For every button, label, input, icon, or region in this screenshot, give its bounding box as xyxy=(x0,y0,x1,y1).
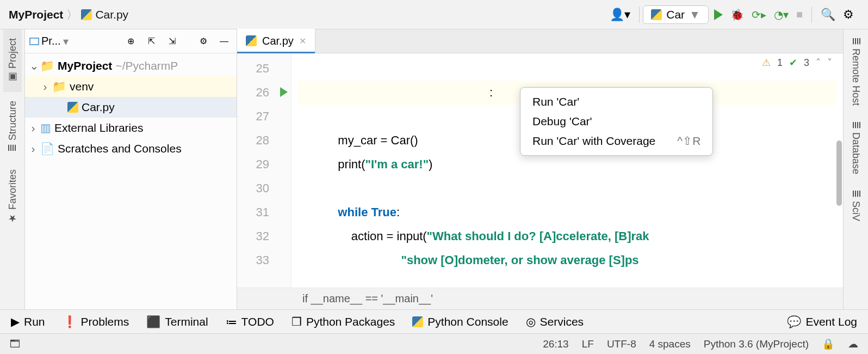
panel-settings-icon[interactable]: ⚙ xyxy=(195,33,212,50)
status-widget-icon[interactable]: ☁ xyxy=(848,338,858,350)
ok-count: 3 xyxy=(804,57,809,69)
python-file-icon xyxy=(81,9,92,20)
profile-button[interactable]: ◔▾ xyxy=(774,8,789,21)
status-lock-icon[interactable]: 🔒 xyxy=(822,338,835,350)
tree-file-label: Car.py xyxy=(82,101,115,114)
breadcrumb-file[interactable]: Car.py xyxy=(95,8,128,21)
bottom-tool-bar: ▶Run ❗Problems ⬛Terminal ≔TODO ❒Python P… xyxy=(0,309,868,333)
search-icon[interactable]: 🔍 xyxy=(821,8,835,22)
hide-panel-icon[interactable]: — xyxy=(216,33,232,50)
locate-icon[interactable]: ⊕ xyxy=(122,33,139,50)
ctx-run[interactable]: Run 'Car' xyxy=(520,92,712,112)
sidebar-structure-tab[interactable]: ≣Structure xyxy=(3,92,22,161)
stop-button[interactable]: ■ xyxy=(796,8,803,21)
tree-root[interactable]: ⌄📁 MyProject ~/PycharmP xyxy=(25,56,237,76)
tree-root-path: ~/PycharmP xyxy=(115,59,178,72)
tree-venv[interactable]: ›📁 venv xyxy=(25,76,237,97)
scrollbar-thumb[interactable] xyxy=(836,141,842,206)
sidebar-remote-host-tab[interactable]: ≣Remote Host xyxy=(847,29,865,113)
tree-file-car[interactable]: Car.py xyxy=(25,97,237,118)
tree-venv-label: venv xyxy=(70,80,94,93)
project-tree[interactable]: ⌄📁 MyProject ~/PycharmP ›📁 venv Car.py ›… xyxy=(25,53,237,161)
tool-python-packages[interactable]: ❒Python Packages xyxy=(292,315,395,328)
tool-problems[interactable]: ❗Problems xyxy=(63,315,129,328)
coverage-button[interactable]: ⟳▸ xyxy=(752,8,766,21)
editor-tabs: Car.py ✕ xyxy=(237,29,843,53)
status-bar: 🗔 26:13 LF UTF-8 4 spaces Python 3.6 (My… xyxy=(0,333,868,354)
line-number[interactable]: 29 xyxy=(237,152,291,176)
line-number[interactable]: 27 xyxy=(237,105,291,129)
inspection-widget[interactable]: ⚠1 ✔3 ˄ ˅ xyxy=(762,57,832,69)
line-number[interactable]: 25 xyxy=(237,57,291,81)
gutter[interactable]: 25 26 27 28 29 30 31 32 33 xyxy=(237,53,292,288)
editor-breadcrumb[interactable]: if __name__ == '__main__' xyxy=(237,288,843,309)
tree-ext-label: External Libraries xyxy=(54,121,143,135)
code-line[interactable]: action = input("What should I do? [A]cce… xyxy=(298,224,836,248)
code-line[interactable] xyxy=(298,57,836,81)
status-interpreter[interactable]: Python 3.6 (MyProject) xyxy=(704,338,809,350)
editor-breadcrumb-label: if __name__ == '__main__' xyxy=(302,292,433,305)
line-number[interactable]: 32 xyxy=(237,224,291,248)
debug-button[interactable]: 🐞 xyxy=(730,8,744,21)
sidebar-database-tab[interactable]: ≣Database xyxy=(847,113,865,182)
sidebar-project-tab[interactable]: ▣Project xyxy=(3,29,22,92)
close-tab-icon[interactable]: ✕ xyxy=(299,36,306,46)
tree-external-libs[interactable]: ›▥ External Libraries xyxy=(25,118,237,138)
ctx-debug[interactable]: Debug 'Car' xyxy=(520,112,712,131)
run-config-name: Car xyxy=(666,8,685,21)
tree-scratches[interactable]: ›📄 Scratches and Consoles xyxy=(25,138,237,159)
status-line-ending[interactable]: LF xyxy=(582,338,594,350)
status-caret-pos[interactable]: 26:13 xyxy=(543,338,569,350)
left-tool-rail: ▣Project ≣Structure ★Favorites xyxy=(0,29,25,309)
line-number[interactable]: 28 xyxy=(237,129,291,152)
code-line[interactable]: print("I'm a car!") xyxy=(298,152,836,176)
editor-tab-label: Car.py xyxy=(262,35,294,47)
tool-run[interactable]: ▶Run xyxy=(11,315,45,328)
python-file-icon xyxy=(67,102,78,113)
next-highlight-icon[interactable]: ˅ xyxy=(827,57,832,69)
sidebar-sciview-tab[interactable]: ≣SciV xyxy=(847,182,865,229)
tool-python-console[interactable]: Python Console xyxy=(412,315,508,328)
line-number[interactable]: 30 xyxy=(237,176,291,200)
python-icon xyxy=(651,9,662,20)
python-file-icon xyxy=(246,35,257,46)
project-panel-title[interactable]: Pr...▾ xyxy=(29,35,69,48)
editor-area: Car.py ✕ 25 26 27 28 29 30 31 32 33 ⚠1 ✔… xyxy=(237,29,843,309)
chevron-down-icon: ▼ xyxy=(689,8,700,21)
ctx-coverage[interactable]: Run 'Car' with Coverage^⇧R xyxy=(520,131,712,151)
status-windows-icon[interactable]: 🗔 xyxy=(10,338,20,350)
line-number[interactable]: 31 xyxy=(237,200,291,224)
prev-highlight-icon[interactable]: ˄ xyxy=(816,57,821,69)
status-indent[interactable]: 4 spaces xyxy=(649,338,691,350)
breadcrumb[interactable]: MyProject 〉 Car.py xyxy=(9,7,128,22)
breadcrumb-sep: 〉 xyxy=(66,7,78,22)
line-number[interactable]: 33 xyxy=(237,248,291,272)
code-line[interactable]: "show [O]dometer, or show average [S]ps xyxy=(298,248,836,272)
tool-terminal[interactable]: ⬛Terminal xyxy=(146,315,208,328)
code-line[interactable]: while True: xyxy=(298,200,836,224)
tool-event-log[interactable]: 💬Event Log xyxy=(787,315,857,328)
breadcrumb-project[interactable]: MyProject xyxy=(9,8,63,21)
collapse-all-icon[interactable]: ⇲ xyxy=(164,33,180,50)
code-line[interactable] xyxy=(298,176,836,200)
right-tool-rail: ≣Remote Host ≣Database ≣SciV xyxy=(843,29,868,309)
status-encoding[interactable]: UTF-8 xyxy=(607,338,636,350)
gutter-context-menu: Run 'Car' Debug 'Car' Run 'Car' with Cov… xyxy=(520,87,713,156)
top-toolbar: MyProject 〉 Car.py 👤▾ Car ▼ 🐞 ⟳▸ ◔▾ ■ 🔍 … xyxy=(0,0,868,29)
check-icon[interactable]: ✔ xyxy=(789,57,797,69)
line-number-run[interactable]: 26 xyxy=(237,81,291,105)
sidebar-favorites-tab[interactable]: ★Favorites xyxy=(3,161,22,233)
tool-todo[interactable]: ≔TODO xyxy=(226,315,274,328)
user-icon[interactable]: 👤▾ xyxy=(610,8,630,22)
tree-scr-label: Scratches and Consoles xyxy=(58,142,182,155)
run-config-selector[interactable]: Car ▼ xyxy=(643,5,709,24)
warn-count: 1 xyxy=(777,57,783,69)
project-panel: Pr...▾ ⊕ ⇱ ⇲ ⚙ — ⌄📁 MyProject ~/PycharmP… xyxy=(25,29,237,309)
run-button[interactable] xyxy=(714,9,723,20)
tool-services[interactable]: ◎Services xyxy=(526,315,584,328)
expand-all-icon[interactable]: ⇱ xyxy=(143,33,159,50)
tree-root-label: MyProject xyxy=(58,59,112,72)
editor-tab-car[interactable]: Car.py ✕ xyxy=(237,29,315,53)
settings-gear-icon[interactable]: ⚙ xyxy=(843,8,854,22)
warning-icon[interactable]: ⚠ xyxy=(762,57,771,69)
